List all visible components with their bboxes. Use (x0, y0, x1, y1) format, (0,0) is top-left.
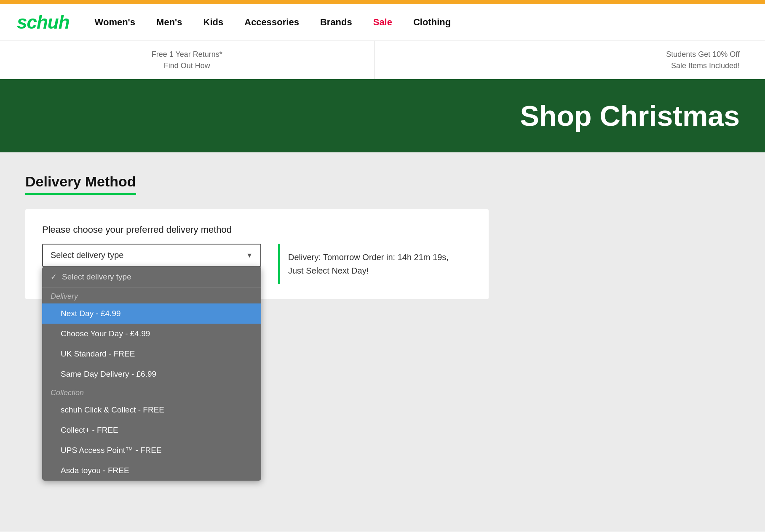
delivery-info-text: Delivery: Tomorrow Order in: 14h 21m 19s… (288, 250, 463, 277)
info-bar-right[interactable]: Students Get 10% Off Sale Items Included… (374, 41, 765, 79)
main-content: Delivery Method Please choose your prefe… (0, 152, 765, 531)
checkmark-icon: ✓ (51, 272, 57, 282)
delivery-card: Please choose your preferred delivery me… (25, 209, 489, 299)
select-placeholder: Select delivery type (51, 250, 123, 260)
delivery-section: Delivery Method Please choose your prefe… (25, 173, 489, 299)
dropdown-item-next-day[interactable]: Next Day - £4.99 (42, 303, 261, 324)
nav-kids[interactable]: Kids (203, 17, 224, 28)
delivery-select-box[interactable]: Select delivery type ▼ (42, 244, 261, 267)
hero-banner: Shop Christmas (0, 79, 765, 152)
chevron-down-icon: ▼ (246, 252, 253, 259)
top-border (0, 0, 765, 4)
dropdown-item-collect-plus[interactable]: Collect+ - FREE (42, 420, 261, 440)
hero-title: Shop Christmas (520, 99, 740, 132)
students-line1: Students Get 10% Off (400, 49, 740, 60)
delivery-dropdown[interactable]: ✓ Select delivery type Delivery Next Day… (42, 266, 261, 481)
main-nav: Women's Men's Kids Accessories Brands Sa… (95, 17, 451, 28)
nav-clothing[interactable]: Clothing (413, 17, 451, 28)
dropdown-item-same-day[interactable]: Same Day Delivery - £6.99 (42, 364, 261, 384)
dropdown-selected-row: ✓ Select delivery type (42, 266, 261, 288)
header: schuh Women's Men's Kids Accessories Bra… (0, 4, 765, 41)
info-bar: Free 1 Year Returns* Find Out How Studen… (0, 41, 765, 79)
logo[interactable]: schuh (17, 12, 70, 33)
info-bar-left[interactable]: Free 1 Year Returns* Find Out How (0, 41, 374, 79)
select-container: Select delivery type ▼ ✓ Select delivery… (42, 244, 261, 267)
nav-mens[interactable]: Men's (156, 17, 182, 28)
section-title: Delivery Method (25, 173, 136, 195)
returns-line1: Free 1 Year Returns* (17, 49, 357, 60)
group-label-delivery: Delivery (42, 288, 261, 303)
dropdown-item-ups[interactable]: UPS Access Point™ - FREE (42, 440, 261, 460)
nav-sale[interactable]: Sale (373, 17, 392, 28)
dropdown-item-uk-standard[interactable]: UK Standard - FREE (42, 344, 261, 364)
group-label-collection: Collection (42, 384, 261, 400)
delivery-info-box: Delivery: Tomorrow Order in: 14h 21m 19s… (278, 244, 472, 284)
dropdown-item-asda[interactable]: Asda toyou - FREE (42, 460, 261, 481)
returns-line2: Find Out How (17, 60, 357, 72)
dropdown-item-click-collect[interactable]: schuh Click & Collect - FREE (42, 400, 261, 420)
students-line2: Sale Items Included! (400, 60, 740, 72)
nav-accessories[interactable]: Accessories (244, 17, 299, 28)
nav-brands[interactable]: Brands (320, 17, 352, 28)
delivery-row: Select delivery type ▼ ✓ Select delivery… (42, 244, 472, 284)
dropdown-item-choose-your-day[interactable]: Choose Your Day - £4.99 (42, 324, 261, 344)
choose-text: Please choose your preferred delivery me… (42, 224, 472, 235)
nav-womens[interactable]: Women's (95, 17, 136, 28)
dropdown-selected-label: Select delivery type (62, 272, 131, 282)
